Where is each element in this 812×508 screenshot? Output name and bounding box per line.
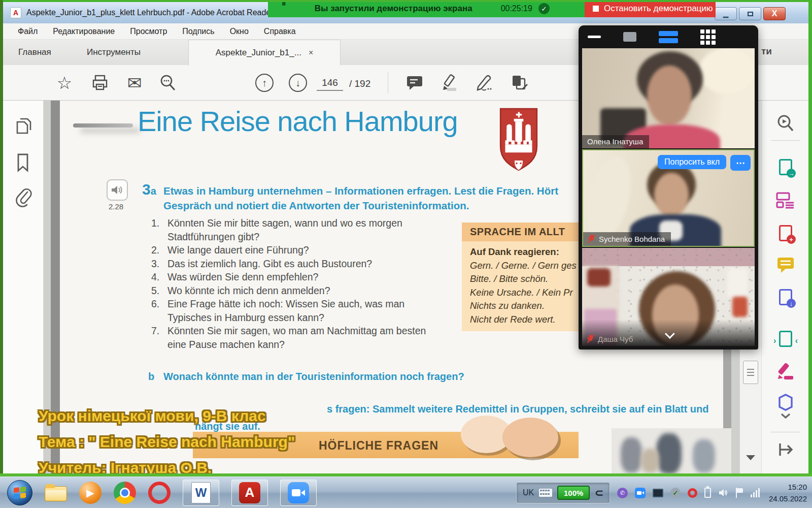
stop-share-button[interactable]: Остановить демонстрацию bbox=[585, 0, 716, 17]
network-signal-icon[interactable] bbox=[751, 488, 760, 497]
audio-icon[interactable] bbox=[107, 179, 128, 201]
share-message: Вы запустили демонстрацию экрана bbox=[315, 4, 472, 14]
zoom-video-window[interactable]: Олена Ігнатуша Попросить вкл ⋯ Sychenko … bbox=[579, 25, 758, 350]
more-options-button[interactable]: ⋯ bbox=[730, 155, 751, 171]
exercise-b-text: Wonach könnte man in der Touristeninform… bbox=[163, 371, 464, 383]
close-button[interactable]: X bbox=[763, 7, 786, 20]
open-tools-pane-icon[interactable] bbox=[775, 439, 796, 460]
tab-document[interactable]: Aspekte_Junior_b1_... × bbox=[188, 40, 341, 65]
word-icon: W bbox=[191, 482, 211, 503]
ask-to-unmute-button[interactable]: Попросить вкл bbox=[658, 155, 726, 169]
menu-help[interactable]: Справка bbox=[257, 25, 302, 38]
marquee-zoom-icon[interactable] bbox=[775, 113, 796, 134]
fill-sign-icon[interactable] bbox=[474, 72, 495, 93]
classroom-photo bbox=[612, 428, 731, 474]
speaker-view-icon[interactable] bbox=[659, 31, 678, 43]
start-button[interactable] bbox=[7, 480, 32, 505]
participant1-name: Олена Ігнатуша bbox=[582, 135, 649, 148]
opera-tray-icon[interactable] bbox=[688, 488, 697, 498]
participant1-video bbox=[582, 48, 755, 148]
word-taskbar-button[interactable]: W bbox=[183, 480, 219, 506]
screen-share-bar: ❛ Вы запустили демонстрацию экрана 00:25… bbox=[268, 0, 716, 17]
comment-icon[interactable] bbox=[404, 72, 425, 93]
menu-sign[interactable]: Подпись bbox=[176, 25, 221, 38]
audio-track-number: 2.28 bbox=[109, 202, 123, 211]
share-border-left bbox=[0, 0, 3, 477]
media-player-taskbar-icon[interactable]: ▶ bbox=[79, 482, 101, 504]
heading-dash-artifact bbox=[73, 123, 133, 128]
banner-title: HÖFLICHE FRAGEN bbox=[319, 439, 438, 453]
power-tray-icon[interactable] bbox=[704, 488, 711, 498]
combine-files-tool-icon[interactable]: ↓ bbox=[775, 287, 796, 308]
email-icon[interactable]: ✉ bbox=[124, 72, 145, 93]
search-icon[interactable] bbox=[157, 72, 179, 93]
update-tray-icon[interactable]: ✓ bbox=[670, 488, 681, 498]
muted-mic-icon bbox=[588, 234, 595, 243]
zoom-minimize-icon[interactable] bbox=[588, 36, 601, 38]
chevron-down-icon[interactable] bbox=[659, 330, 678, 341]
organize-pages-tool-icon[interactable] bbox=[775, 189, 796, 211]
bookmarks-icon[interactable] bbox=[14, 152, 31, 173]
zoom-taskbar-button[interactable] bbox=[280, 480, 317, 506]
export-pdf-icon[interactable] bbox=[510, 72, 531, 93]
highlighter-icon[interactable] bbox=[438, 72, 460, 93]
display-tray-icon[interactable] bbox=[653, 489, 663, 497]
zoom-restore-icon[interactable] bbox=[623, 32, 636, 42]
comment-tool-icon[interactable] bbox=[775, 254, 796, 275]
menu-edit[interactable]: Редактирование bbox=[46, 25, 121, 38]
menu-window[interactable]: Окно bbox=[223, 25, 255, 38]
tab-document-label: Aspekte_Junior_b1_... bbox=[216, 48, 301, 58]
language-indicator[interactable]: UK bbox=[523, 488, 534, 497]
exercise-3a-label: 3a bbox=[142, 181, 156, 198]
tools-panel: → + ↓ ›‹ bbox=[761, 101, 808, 474]
explorer-taskbar-icon[interactable] bbox=[45, 484, 67, 501]
scrollbar-thumb[interactable] bbox=[743, 361, 758, 384]
tab-home[interactable]: Главная bbox=[18, 40, 51, 65]
menu-file[interactable]: Файл bbox=[11, 25, 44, 38]
share-border-bottom bbox=[0, 473, 812, 477]
restore-button[interactable] bbox=[739, 7, 761, 20]
clock[interactable]: 15:20 24.05.2022 bbox=[769, 481, 807, 505]
minimize-button[interactable]: ▁ bbox=[715, 7, 737, 20]
previous-page-icon[interactable]: ↑ bbox=[254, 72, 275, 93]
volume-tray-icon[interactable] bbox=[718, 488, 728, 498]
chrome-taskbar-icon[interactable] bbox=[114, 482, 136, 504]
video-tile-participant2[interactable]: Попросить вкл ⋯ Sychenko Bohdana bbox=[582, 149, 755, 247]
viber-tray-icon[interactable]: ✆ bbox=[617, 488, 628, 498]
action-center-flag-icon[interactable] bbox=[735, 488, 743, 498]
favorites-star-icon[interactable]: ☆ bbox=[54, 72, 75, 93]
stop-icon bbox=[593, 6, 599, 12]
export-pdf-tool-icon[interactable]: → bbox=[775, 156, 796, 178]
video-tile-participant1[interactable]: Олена Ігнатуша bbox=[582, 48, 755, 148]
page-thumbnails-icon[interactable] bbox=[14, 117, 33, 137]
create-pdf-tool-icon[interactable]: + bbox=[775, 223, 796, 244]
page-number-input[interactable]: 146 bbox=[317, 77, 343, 91]
tab-close-icon[interactable]: × bbox=[309, 48, 313, 57]
attachments-icon[interactable] bbox=[14, 187, 33, 207]
gallery-view-icon[interactable] bbox=[700, 29, 716, 45]
desktop-screen: A Aspekte_Junior_b1_plus_klett Lehrbuch.… bbox=[0, 0, 812, 508]
battery-widget[interactable]: 100% bbox=[557, 486, 590, 500]
keyboard-icon[interactable] bbox=[539, 489, 552, 497]
bottom-instruction-line1: s fragen: Sammelt weitere Redemittel in … bbox=[327, 403, 708, 415]
zoom-icon bbox=[288, 482, 309, 503]
more-tools-icon[interactable] bbox=[775, 395, 796, 417]
speech-bubble bbox=[502, 418, 558, 457]
compress-pdf-tool-icon[interactable]: ›‹ bbox=[775, 328, 796, 350]
acrobat-icon: A bbox=[239, 482, 260, 503]
fill-sign-tool-icon[interactable] bbox=[775, 361, 796, 382]
toolbar-divider bbox=[388, 72, 388, 93]
share-border-top bbox=[0, 0, 812, 2]
list-item: 4.Was würden Sie denn empfehlen? bbox=[151, 270, 426, 284]
tab-tools[interactable]: Инструменты bbox=[87, 40, 141, 65]
zoom-tray-icon[interactable] bbox=[635, 488, 646, 498]
video-tile-participant3[interactable]: Даша Чуб bbox=[582, 248, 755, 346]
opera-taskbar-icon[interactable] bbox=[148, 482, 171, 504]
menu-view[interactable]: Просмотр bbox=[123, 25, 174, 38]
lesson-annotation: Урок німецької мови, 9-В клас Тема : " E… bbox=[39, 403, 295, 481]
next-page-icon[interactable]: ↓ bbox=[287, 72, 309, 93]
print-icon[interactable] bbox=[89, 72, 111, 93]
acrobat-taskbar-button[interactable]: A bbox=[231, 480, 268, 506]
share-border-right bbox=[808, 0, 812, 477]
scroll-down-icon[interactable] bbox=[746, 455, 755, 460]
